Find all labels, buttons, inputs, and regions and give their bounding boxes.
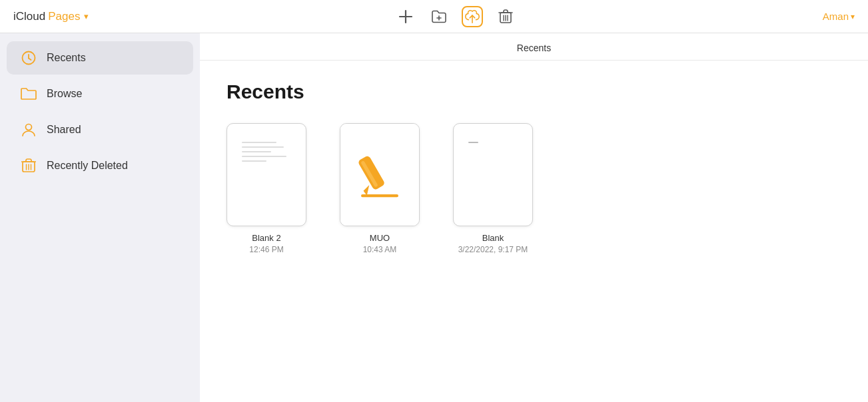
sidebar-item-shared[interactable]: Shared bbox=[7, 113, 193, 146]
file-thumbnail-muo bbox=[340, 123, 420, 226]
doc-line bbox=[242, 151, 272, 152]
svg-point-13 bbox=[26, 124, 32, 130]
muo-content bbox=[340, 124, 419, 226]
user-name: Aman bbox=[823, 11, 849, 22]
browse-folder-icon bbox=[20, 85, 37, 102]
file-item-blank[interactable]: Blank 3/22/2022, 9:17 PM bbox=[453, 123, 533, 254]
body-layout: Recents Browse Shared bbox=[0, 33, 868, 402]
person-icon bbox=[20, 121, 37, 138]
topbar: iCloud Pages ▾ bbox=[0, 0, 868, 33]
delete-button[interactable] bbox=[495, 6, 516, 27]
user-menu[interactable]: Aman ▾ bbox=[823, 11, 855, 22]
files-grid: Blank 2 12:46 PM bbox=[226, 123, 841, 254]
app-logo[interactable]: iCloud Pages ▾ bbox=[13, 10, 89, 23]
svg-line-12 bbox=[29, 59, 31, 61]
toolbar-icons bbox=[395, 6, 516, 27]
sidebar-trash-icon bbox=[20, 157, 37, 174]
sidebar-item-recently-deleted[interactable]: Recently Deleted bbox=[7, 149, 193, 182]
doc-line bbox=[468, 142, 478, 143]
file-thumbnail-blank2 bbox=[226, 123, 306, 226]
file-item-muo[interactable]: MUO 10:43 AM bbox=[340, 123, 420, 254]
pages-label: Pages bbox=[48, 10, 80, 23]
clock-icon bbox=[20, 49, 37, 67]
main-body: Recents Blank 2 12:46 PM bbox=[200, 61, 868, 402]
add-button[interactable] bbox=[395, 6, 416, 27]
file-name-blank2: Blank 2 bbox=[252, 233, 280, 243]
sidebar-item-recents[interactable]: Recents bbox=[7, 41, 193, 75]
icloud-label: iCloud bbox=[13, 10, 45, 23]
section-title: Recents bbox=[226, 81, 841, 103]
user-chevron-icon: ▾ bbox=[851, 12, 855, 21]
trash-icon bbox=[498, 9, 513, 25]
file-name-muo: MUO bbox=[370, 233, 390, 243]
svg-rect-22 bbox=[361, 194, 398, 196]
file-name-blank: Blank bbox=[482, 233, 504, 243]
main-header-title: Recents bbox=[517, 43, 551, 53]
doc-line bbox=[242, 160, 266, 162]
new-folder-button[interactable] bbox=[428, 6, 450, 27]
upload-button[interactable] bbox=[462, 6, 483, 27]
folder-icon bbox=[431, 9, 447, 24]
main-header: Recents bbox=[200, 33, 868, 61]
file-item-blank2[interactable]: Blank 2 12:46 PM bbox=[226, 123, 306, 254]
app-chevron-icon: ▾ bbox=[84, 11, 89, 21]
sidebar-recently-deleted-label: Recently Deleted bbox=[47, 160, 128, 172]
plus-icon bbox=[398, 9, 413, 24]
file-date-blank: 3/22/2022, 9:17 PM bbox=[458, 245, 528, 254]
sidebar-recents-label: Recents bbox=[47, 52, 86, 64]
cloud-upload-icon bbox=[464, 8, 481, 25]
blank-content bbox=[462, 134, 524, 215]
file-date-blank2: 12:46 PM bbox=[249, 245, 283, 254]
blank2-content bbox=[235, 134, 298, 215]
svg-rect-19 bbox=[358, 154, 386, 190]
file-date-muo: 10:43 AM bbox=[363, 245, 397, 254]
doc-line bbox=[242, 142, 276, 143]
pen-icon bbox=[356, 148, 403, 202]
doc-line bbox=[242, 156, 286, 157]
main-content: Recents Recents Blank 2 bbox=[200, 33, 868, 402]
sidebar-browse-label: Browse bbox=[47, 88, 82, 100]
doc-line bbox=[242, 146, 284, 148]
sidebar-item-browse[interactable]: Browse bbox=[7, 77, 193, 110]
file-thumbnail-blank bbox=[453, 123, 533, 226]
sidebar: Recents Browse Shared bbox=[0, 33, 200, 402]
sidebar-shared-label: Shared bbox=[47, 124, 81, 136]
svg-marker-20 bbox=[364, 184, 370, 195]
